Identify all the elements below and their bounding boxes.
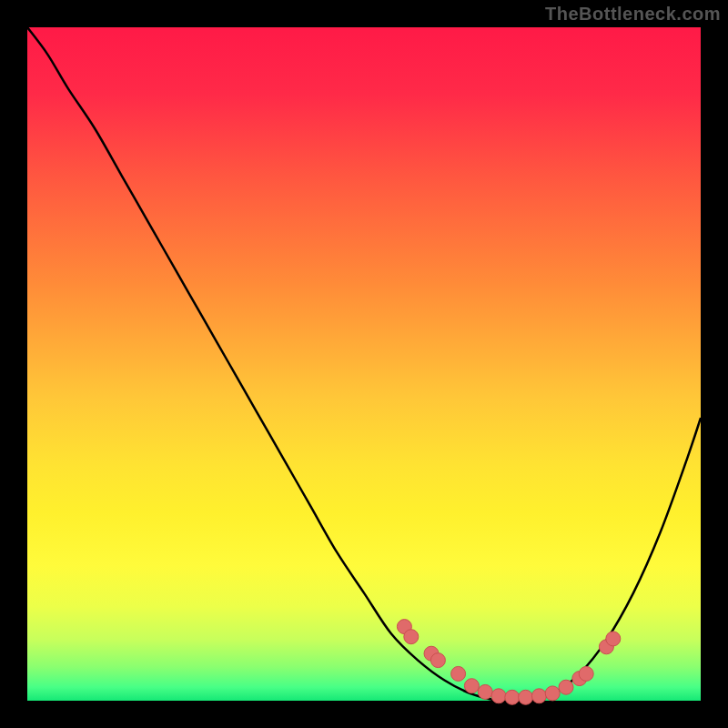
- bottleneck-curve: [27, 27, 701, 702]
- chart-frame: TheBottleneck.com: [0, 0, 728, 728]
- marker-dot: [606, 632, 621, 646]
- plot-area: [27, 27, 701, 701]
- marker-dot: [531, 689, 546, 703]
- marker-dot: [491, 689, 506, 703]
- marker-dot: [545, 686, 560, 701]
- marker-dot: [404, 630, 419, 644]
- marker-dot: [579, 666, 593, 681]
- marker-dot: [505, 690, 520, 704]
- marker-dot: [478, 684, 492, 699]
- attribution-label: TheBottleneck.com: [545, 4, 721, 25]
- marker-dot: [559, 680, 573, 694]
- marker-dot: [519, 690, 533, 704]
- marker-dot: [451, 666, 466, 681]
- curve-layer: [27, 27, 701, 701]
- highlight-markers: [397, 620, 620, 705]
- marker-dot: [464, 679, 479, 693]
- marker-dot: [430, 653, 445, 668]
